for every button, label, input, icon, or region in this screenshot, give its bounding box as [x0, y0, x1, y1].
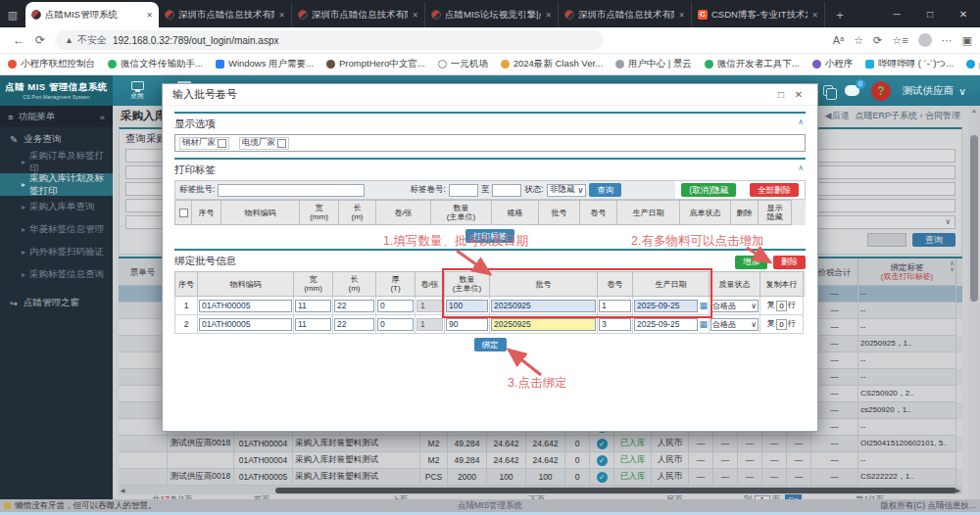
browser-tab[interactable]: 深圳市点睛信息技术有限公司点睛✕	[559, 2, 692, 27]
date-field: ▦	[634, 300, 708, 312]
width-input[interactable]	[295, 318, 331, 331]
extensions-icon[interactable]: ⟳	[873, 34, 882, 47]
favorites-bar-icon[interactable]: ☆≡	[892, 34, 907, 47]
messages-icon[interactable]: 0	[845, 85, 859, 96]
option-checkbox[interactable]	[277, 139, 286, 148]
column-header: 卷/张	[416, 271, 445, 297]
browser-tab[interactable]: CCSDN博客-专业IT技术发表平台✕	[692, 2, 825, 27]
bookmark-item[interactable]: 微信开发者工具下...	[705, 58, 800, 70]
production-date-input[interactable]	[634, 318, 698, 331]
collapse-chevron-icon[interactable]: ∧	[798, 117, 804, 126]
thickness-input[interactable]	[377, 318, 414, 331]
chevron-down-icon: ∨	[958, 85, 966, 97]
batch-number-input[interactable]	[491, 300, 596, 312]
desktop-icon	[131, 81, 144, 90]
roll-number-input[interactable]	[599, 318, 631, 331]
minimize-icon[interactable]: ─	[880, 0, 913, 27]
column-header: 卷/张	[376, 200, 431, 225]
bookmark-item[interactable]: 小程序	[812, 58, 854, 70]
close-icon[interactable]: ✕	[947, 0, 980, 27]
refresh-icon[interactable]: ⟳	[29, 33, 51, 47]
label-roll-from-input[interactable]	[449, 184, 478, 197]
bookmark-label: 一元机场	[451, 58, 488, 70]
select-all-checkbox[interactable]	[179, 209, 188, 217]
option-checkbox[interactable]	[218, 139, 226, 148]
table-cell: 2	[174, 315, 198, 334]
bookmark-item[interactable]: 小程序联想控制台	[8, 58, 95, 70]
tab-close-icon[interactable]: ✕	[278, 11, 285, 20]
tab-close-icon[interactable]: ✕	[545, 11, 552, 20]
bookmark-item[interactable]: 微信文件传输助手...	[108, 58, 203, 70]
dialog-close-icon[interactable]: ✕	[790, 89, 808, 100]
dialog-maximize-icon[interactable]: □	[772, 89, 790, 100]
favorite-star-icon[interactable]: ☆	[854, 34, 863, 47]
annotation-step1: 1.填写数量、批号以及日期	[383, 233, 528, 250]
column-header: 规格	[492, 200, 539, 225]
browser-tab[interactable]: 点睛MIS管理系统✕	[25, 2, 159, 27]
tab-close-icon[interactable]: ✕	[412, 11, 418, 20]
length-input[interactable]	[334, 300, 374, 312]
bookmark-item[interactable]: PromptHero中文官...	[326, 58, 425, 70]
back-icon[interactable]: ←	[8, 33, 29, 47]
material-code-input[interactable]	[199, 318, 292, 331]
unhide-button[interactable]: (取消)隐藏	[681, 183, 736, 197]
windows-icon[interactable]	[823, 85, 833, 96]
material-code-input[interactable]	[199, 300, 292, 312]
bookmark-label: 微信文件传输助手...	[121, 58, 203, 70]
production-date-input[interactable]	[634, 300, 698, 312]
bookmark-item[interactable]: portal.qiniu.com/ia...	[966, 59, 980, 70]
width-input[interactable]	[295, 300, 331, 312]
tab-search-icon[interactable]: ▥	[0, 2, 25, 27]
browser-tab[interactable]: 深圳市点睛信息技术有限公司点睛✕	[292, 2, 425, 27]
bookmark-item[interactable]: 用户中心 | 景云	[615, 58, 692, 70]
collapse-chevron-icon[interactable]: ∧	[798, 164, 804, 172]
dialog-titlebar[interactable]: 输入批号卷号 □ ✕	[163, 84, 817, 106]
table-cell: ▦	[633, 315, 710, 334]
delete-all-button[interactable]: 全部删除	[750, 183, 799, 197]
nav-desktop[interactable]: 桌面	[119, 75, 156, 106]
column-header: 批号	[539, 200, 580, 225]
bookmark-item[interactable]: Windows 用户需要...	[216, 58, 314, 70]
new-tab-button[interactable]: +	[829, 4, 851, 25]
bind-table-row: 11▦合格品∨复行	[174, 297, 806, 315]
bookmark-item[interactable]: 一元机场	[438, 58, 488, 70]
label-roll-to-input[interactable]	[492, 184, 521, 197]
copy-count-input[interactable]	[776, 319, 787, 330]
batch-number-input[interactable]	[491, 318, 596, 331]
url-field[interactable]: ▲ 不安全 192.168.0.32:789/out_login/main.as…	[55, 30, 604, 50]
font-size-icon[interactable]: Aᵃ	[833, 34, 844, 46]
bookmark-item[interactable]: 哔哩哔哩 ( ´-´)つ...	[865, 58, 954, 70]
length-input[interactable]	[334, 318, 374, 331]
csdn-favicon-icon: C	[698, 10, 708, 20]
tab-close-icon[interactable]: ✕	[146, 11, 153, 20]
user-menu[interactable]: 测试供应商 ∨	[903, 84, 966, 98]
quality-status-select[interactable]: 合格品∨	[710, 300, 759, 312]
status-select[interactable]: 非隐藏∨	[547, 184, 587, 197]
copy-count-input[interactable]	[776, 301, 787, 311]
delete-row-button[interactable]: 删除	[773, 256, 806, 269]
label-batch-input[interactable]	[218, 184, 365, 197]
browser-tab[interactable]: 点睛MIS论坛视觉引擎|点睛亮聚✕	[425, 2, 559, 27]
chevron-down-icon: ∨	[751, 320, 757, 329]
table-cell: ▦	[633, 297, 710, 315]
bind-button[interactable]: 绑定	[474, 338, 507, 351]
maximize-icon[interactable]: □	[913, 0, 947, 27]
quantity-input[interactable]	[446, 318, 488, 331]
label-query-button[interactable]: 查询	[589, 183, 621, 197]
quantity-input[interactable]	[446, 300, 488, 312]
browser-menu-icon[interactable]: ⋯	[942, 34, 953, 47]
table-cell: 1	[416, 315, 445, 334]
calendar-icon[interactable]: ▦	[699, 319, 708, 329]
add-row-button[interactable]: 增加	[735, 256, 767, 269]
calendar-icon[interactable]: ▦	[699, 301, 708, 310]
browser-profile-avatar[interactable]	[918, 33, 932, 47]
quality-status-select[interactable]: 合格品∨	[710, 318, 759, 331]
user-avatar[interactable]: ?	[871, 81, 891, 101]
sidebar-toggle-icon[interactable]: ▣	[962, 34, 972, 47]
tab-close-icon[interactable]: ✕	[811, 11, 818, 20]
thickness-input[interactable]	[377, 300, 414, 312]
browser-tab[interactable]: 深圳市点睛信息技术有限公司点睛✕	[159, 2, 292, 27]
tab-close-icon[interactable]: ✕	[678, 11, 685, 20]
bookmark-item[interactable]: 2024最新 Clash Ver...	[501, 58, 603, 70]
roll-number-input[interactable]	[599, 300, 631, 312]
